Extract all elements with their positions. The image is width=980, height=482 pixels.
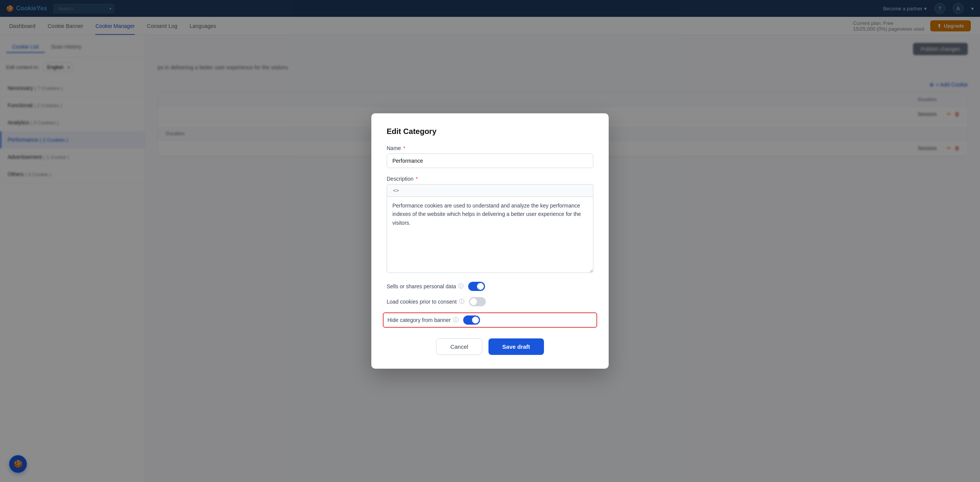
name-required-marker: * <box>403 145 405 151</box>
toggle-hide-label: Hide category from banner ⓘ <box>387 317 459 324</box>
sells-info-icon[interactable]: ⓘ <box>458 283 464 290</box>
modal-overlay: Edit Category Name * Description * <> Pe… <box>0 0 980 482</box>
cancel-button[interactable]: Cancel <box>436 338 482 355</box>
load-info-icon[interactable]: ⓘ <box>459 298 464 305</box>
hide-info-icon[interactable]: ⓘ <box>453 317 459 324</box>
toggle-load-slider <box>469 297 486 306</box>
description-field-group: Description * <> Performance cookies are… <box>387 176 593 274</box>
modal-actions: Cancel Save draft <box>387 338 593 355</box>
description-toolbar: <> <box>387 184 593 196</box>
edit-category-modal: Edit Category Name * Description * <> Pe… <box>371 113 609 369</box>
save-draft-button[interactable]: Save draft <box>488 338 544 355</box>
toggle-load-switch[interactable] <box>469 297 486 306</box>
toggle-hide-category: Hide category from banner ⓘ <box>383 312 597 328</box>
description-label: Description * <box>387 176 593 182</box>
toggle-sells-label: Sells or shares personal data ⓘ <box>387 283 464 290</box>
modal-title: Edit Category <box>387 127 593 136</box>
name-field-group: Name * <box>387 145 593 168</box>
toggle-hide-slider <box>463 315 480 325</box>
toggle-load-prior-consent: Load cookies prior to consent ⓘ <box>387 297 593 306</box>
toggle-sells-personal-data: Sells or shares personal data ⓘ <box>387 282 593 291</box>
toggle-sells-switch[interactable] <box>468 282 485 291</box>
name-label: Name * <box>387 145 593 151</box>
code-toggle-button[interactable]: <> <box>391 187 401 194</box>
description-textarea[interactable]: Performance cookies are used to understa… <box>387 196 593 273</box>
description-required-marker: * <box>416 176 418 182</box>
toggle-hide-switch[interactable] <box>463 315 480 325</box>
toggle-sells-slider <box>468 282 485 291</box>
toggle-load-label: Load cookies prior to consent ⓘ <box>387 298 464 305</box>
name-input[interactable] <box>387 154 593 168</box>
